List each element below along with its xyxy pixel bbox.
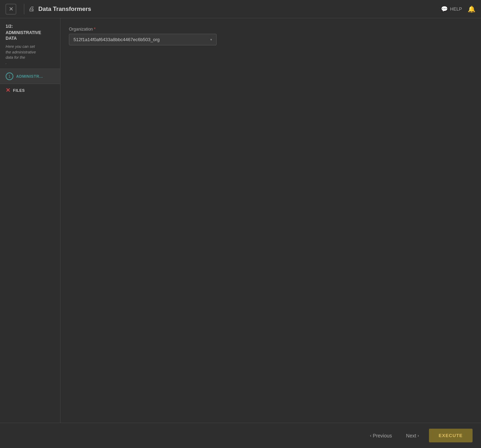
sidebar-item-label-files: FILES bbox=[13, 88, 25, 92]
previous-label: Previous bbox=[373, 433, 392, 439]
print-icon: 🖨 bbox=[28, 5, 35, 12]
org-select-value: 512f1a14f0af6433a8bbc4467ec6b503_org bbox=[73, 37, 160, 42]
org-label: Organization * bbox=[69, 27, 473, 32]
previous-button[interactable]: ‹ Previous bbox=[363, 429, 399, 442]
step-counter: 1/2: bbox=[6, 24, 54, 29]
close-button[interactable]: ✕ bbox=[6, 4, 16, 14]
app-header: ✕ 🖨 Data Transformers 💬 HELP 🔔 bbox=[0, 0, 481, 18]
print-button[interactable]: 🖨 bbox=[28, 5, 35, 13]
step-number-circle: 1 bbox=[6, 72, 13, 80]
help-label: HELP bbox=[450, 6, 462, 12]
header-actions: 💬 HELP 🔔 bbox=[441, 5, 475, 13]
step-title: ADMINISTRATIVEDATA bbox=[6, 30, 54, 41]
execute-button[interactable]: EXECUTE bbox=[429, 429, 473, 442]
bell-icon: 🔔 bbox=[468, 6, 475, 13]
close-icon: ✕ bbox=[9, 6, 13, 12]
step-description: Here you can setthe administrativedata f… bbox=[6, 44, 54, 66]
sidebar-item-files[interactable]: ✕ FILES bbox=[0, 84, 60, 97]
notifications-button[interactable]: 🔔 bbox=[468, 5, 475, 13]
step-header: 1/2: ADMINISTRATIVEDATA Here you can set… bbox=[0, 24, 60, 69]
chevron-down-icon: ▾ bbox=[210, 38, 212, 41]
step-number: 1 bbox=[8, 74, 11, 78]
next-button[interactable]: Next › bbox=[399, 429, 426, 442]
required-indicator: * bbox=[94, 27, 96, 32]
sidebar: 1/2: ADMINISTRATIVEDATA Here you can set… bbox=[0, 18, 60, 423]
chevron-right-icon: › bbox=[418, 433, 419, 438]
files-x-icon: ✕ bbox=[6, 88, 10, 93]
main-layout: 1/2: ADMINISTRATIVEDATA Here you can set… bbox=[0, 18, 481, 423]
content-area: Organization * 512f1a14f0af6433a8bbc4467… bbox=[60, 18, 481, 423]
sidebar-item-administrative[interactable]: 1 ADMINISTR... bbox=[0, 69, 60, 84]
org-select[interactable]: 512f1a14f0af6433a8bbc4467ec6b503_org ▾ bbox=[69, 34, 217, 45]
help-button[interactable]: 💬 HELP bbox=[441, 6, 462, 12]
footer: ‹ Previous Next › EXECUTE bbox=[0, 423, 481, 448]
sidebar-item-label-admin: ADMINISTR... bbox=[16, 74, 43, 78]
header-divider bbox=[24, 4, 24, 14]
execute-label: EXECUTE bbox=[439, 433, 463, 438]
organization-field: Organization * 512f1a14f0af6433a8bbc4467… bbox=[69, 27, 473, 45]
chevron-left-icon: ‹ bbox=[370, 433, 371, 438]
next-label: Next bbox=[406, 433, 416, 439]
help-icon: 💬 bbox=[441, 6, 448, 12]
page-title: Data Transformers bbox=[38, 6, 441, 13]
